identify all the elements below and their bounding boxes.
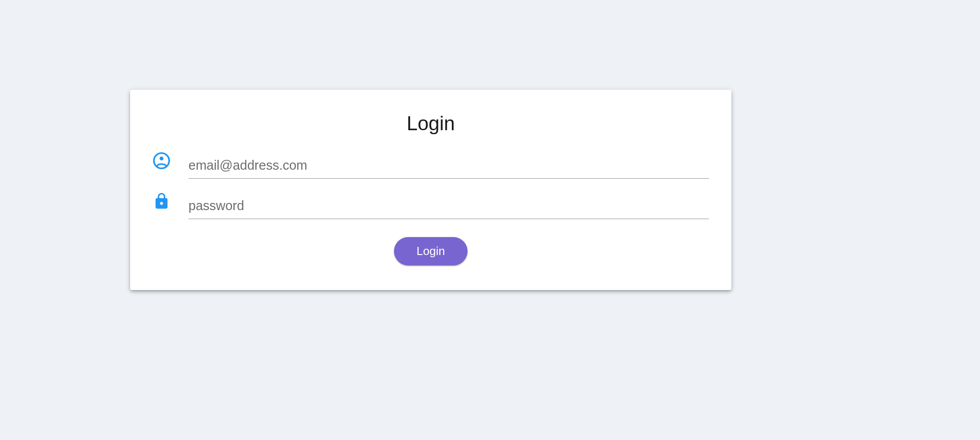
login-card: Login Login — [130, 90, 731, 290]
login-button[interactable]: Login — [394, 237, 468, 265]
email-field-wrapper — [188, 154, 709, 179]
button-row: Login — [153, 237, 709, 265]
email-field-row — [153, 152, 709, 179]
user-circle-icon — [153, 152, 171, 179]
svg-point-1 — [160, 157, 164, 161]
email-input[interactable] — [188, 154, 709, 179]
lock-icon — [153, 192, 171, 219]
password-field-wrapper — [188, 195, 709, 219]
login-title: Login — [153, 112, 709, 135]
password-input[interactable] — [188, 195, 709, 219]
password-field-row — [153, 192, 709, 219]
